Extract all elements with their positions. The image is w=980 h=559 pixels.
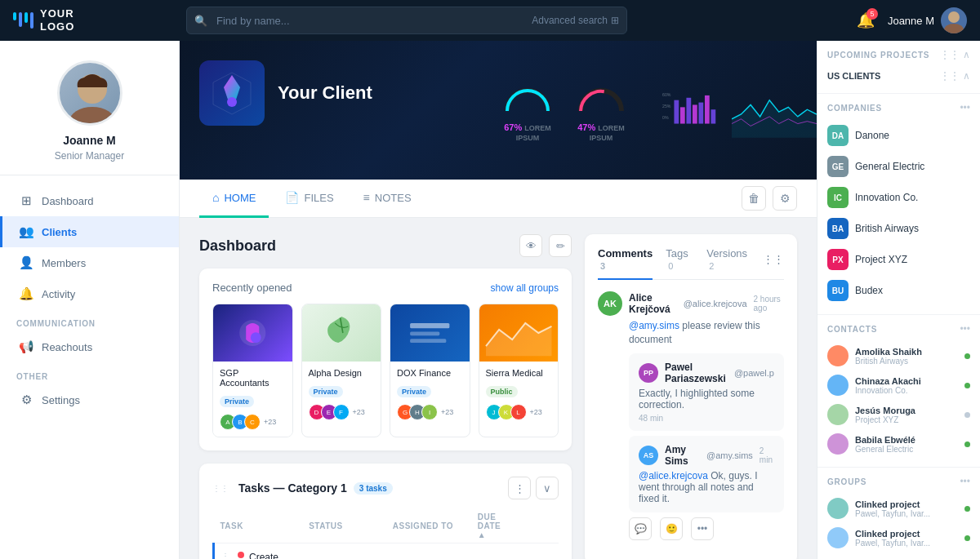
project-card-3[interactable]: DOX Finance Private G H I +23 <box>390 304 470 437</box>
project-avatars-1: A B C +23 <box>220 414 286 430</box>
tab-actions: 🗑 ⚙ <box>742 186 797 211</box>
sidebar-item-clients[interactable]: 👥 Clients <box>0 216 179 247</box>
priority-indicator <box>238 552 244 558</box>
contact-info: Amolika Shaikh British Airways <box>855 347 958 366</box>
svg-marker-20 <box>486 323 551 356</box>
client-logo <box>199 60 265 126</box>
tab-versions[interactable]: Versions 2 <box>706 247 750 280</box>
company-icon: BU <box>827 280 849 301</box>
mini-avatar: C <box>244 414 261 430</box>
company-item-ge[interactable]: GE General Electric <box>827 151 970 182</box>
companies-more-button[interactable]: ••• <box>960 102 970 113</box>
sidebar-item-label: Reachouts <box>42 341 92 353</box>
company-item-danone[interactable]: DA Danone <box>827 120 970 151</box>
settings-icon: ⚙ <box>19 393 33 407</box>
upcoming-more-button[interactable]: ⋮⋮ <box>940 49 960 60</box>
groups-more-button[interactable]: ••• <box>960 476 970 487</box>
logo-text: YOURLOGO <box>40 7 74 33</box>
svg-point-14 <box>227 97 237 107</box>
reply-time: 48 min <box>639 414 774 423</box>
show-all-link[interactable]: show all groups <box>491 282 559 294</box>
us-clients-collapse-button[interactable]: ∧ <box>963 70 970 82</box>
sidebar-item-activity[interactable]: 🔔 Activity <box>0 278 179 309</box>
advanced-search-button[interactable]: Advanced search ⊞ <box>532 15 619 26</box>
user-menu[interactable]: Joanne M <box>888 7 967 33</box>
contact-item-babila[interactable]: Babila Ebwélé General Electric <box>827 429 970 459</box>
contact-avatar <box>827 345 849 366</box>
reply-author: Pawel Pariaszewski <box>665 362 728 384</box>
comment-avatar: AK <box>598 291 622 316</box>
task-row: ⋮ Create New Filters Controls by Tayfun … <box>214 543 559 560</box>
company-item-budex[interactable]: BU Budex <box>827 275 970 306</box>
sidebar-item-members[interactable]: 👤 Members <box>0 247 179 278</box>
sidebar-item-label: Activity <box>42 288 75 300</box>
company-item-ic[interactable]: IC Innovation Co. <box>827 182 970 213</box>
group-item-1[interactable]: Clinked project Pawel, Tayfun, Ivar... <box>827 494 970 523</box>
group-active-indicator <box>964 535 970 541</box>
sidebar-item-settings[interactable]: ⚙ Settings <box>0 384 179 415</box>
contacts-more-button[interactable]: ••• <box>960 323 970 335</box>
group-avatar <box>827 527 849 548</box>
react-button[interactable]: 🙂 <box>660 517 683 540</box>
clients-icon: 👥 <box>19 224 33 239</box>
tab-notes[interactable]: ≡ NOTES <box>350 180 425 218</box>
tasks-header: ⋮⋮ Tasks — Category 1 3 tasks ⋮ ∨ <box>212 477 559 499</box>
mini-avatar: I <box>421 404 438 420</box>
reply-body: @alice.krejcova Ok, guys. I went through… <box>639 470 774 504</box>
sidebar-item-dashboard[interactable]: ⊞ Dashboard <box>0 185 179 216</box>
sidebar-item-reachouts[interactable]: 📢 Reachouts <box>0 331 179 362</box>
contacts-section: CONTACTS ••• Amolika Shaikh British Airw… <box>817 315 980 468</box>
sidebar-nav: ⊞ Dashboard 👥 Clients 👤 Members 🔔 Activi… <box>0 175 179 425</box>
other-section-label: OTHER <box>0 362 179 384</box>
company-name: British Airways <box>855 223 919 234</box>
view-button[interactable]: 👁 <box>519 234 542 257</box>
avatar-count: +23 <box>530 408 542 416</box>
delete-button[interactable]: 🗑 <box>742 186 766 211</box>
dashboard-area: Dashboard 👁 ✏ Recently opened show all g… <box>180 218 817 559</box>
company-item-ba[interactable]: BA British Airways <box>827 213 970 244</box>
companies-label: COMPANIES <box>827 104 882 113</box>
project-name-2: Alpha Design <box>309 368 375 378</box>
contact-item-chinaza[interactable]: Chinaza Akachi Innovation Co. <box>827 370 970 400</box>
notifications-button[interactable]: 🔔 5 <box>857 11 875 29</box>
tab-tags[interactable]: Tags 0 <box>666 247 693 280</box>
tab-files[interactable]: 📄 FILES <box>272 180 346 218</box>
company-icon: DA <box>827 125 849 146</box>
comments-more-button[interactable]: ⋮⋮ <box>763 247 784 270</box>
tab-comments[interactable]: Comments 3 <box>598 247 653 280</box>
project-name-1: SGP Accountants <box>220 368 286 388</box>
versions-count: 2 <box>709 261 714 271</box>
tasks-more-button[interactable]: ⋮ <box>508 477 531 499</box>
reply-button[interactable]: 💬 <box>629 517 652 540</box>
project-card-1[interactable]: SGP Accountants Private A B C +23 <box>212 304 293 437</box>
us-clients-more-button[interactable]: ⋮⋮ <box>940 70 960 82</box>
activity-icon: 🔔 <box>19 286 33 301</box>
tab-files-label: FILES <box>304 192 333 204</box>
contact-item-jesus[interactable]: Jesús Moruga Project XYZ <box>827 400 970 429</box>
group-item-2[interactable]: Clinked project Pawel, Tayfun, Ivar... <box>827 523 970 552</box>
project-meta-4: Sierra Medical Public J K L +23 <box>479 362 559 427</box>
row-drag-handle[interactable]: ⋮ <box>221 552 229 559</box>
comments-count: 3 <box>600 261 605 271</box>
settings-button[interactable]: ⚙ <box>773 186 797 211</box>
contact-company: British Airways <box>855 357 958 366</box>
tasks-expand-button[interactable]: ∨ <box>536 477 559 499</box>
project-card-4[interactable]: Sierra Medical Public J K L +23 <box>479 304 559 437</box>
company-icon: IC <box>827 187 849 208</box>
project-badge-3: Private <box>397 386 431 397</box>
contact-name: Jesús Moruga <box>855 406 958 415</box>
upcoming-collapse-button[interactable]: ∧ <box>963 49 970 60</box>
svg-point-3 <box>69 107 115 126</box>
search-bar: 🔍 Advanced search ⊞ <box>186 7 627 34</box>
contact-item-amolika[interactable]: Amolika Shaikh British Airways <box>827 341 970 370</box>
client-banner: 67% LOREM IPSUM 47% LOREM IPSUM 60% 25% … <box>180 41 817 180</box>
main-content: 67% LOREM IPSUM 47% LOREM IPSUM 60% 25% … <box>180 41 817 559</box>
company-item-pxyz[interactable]: PX Project XYZ <box>827 244 970 275</box>
project-card-2[interactable]: Alpha Design Private D E F +23 <box>301 304 382 437</box>
rp-contacts-header: CONTACTS ••• <box>827 323 970 335</box>
tab-home[interactable]: ⌂ HOME <box>199 180 269 218</box>
us-clients-row: US CLIENTS ⋮⋮ ∧ <box>827 67 970 85</box>
drag-handle[interactable]: ⋮⋮ <box>212 484 229 493</box>
more-comment-button[interactable]: ••• <box>691 517 714 540</box>
edit-button[interactable]: ✏ <box>549 234 572 257</box>
